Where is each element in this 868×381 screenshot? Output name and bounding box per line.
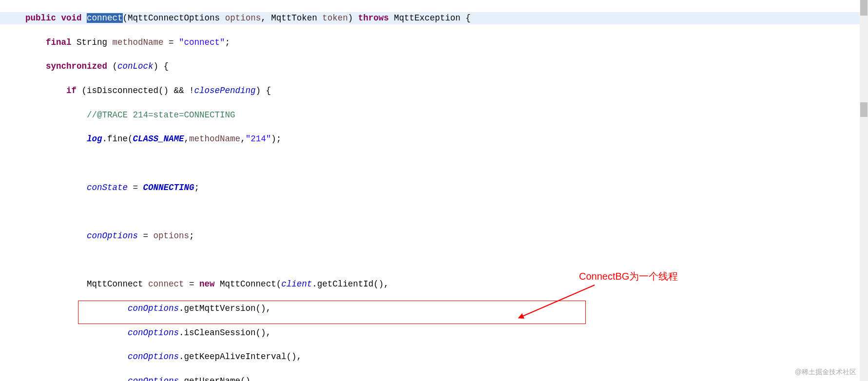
code-line: conOptions.getKeepAliveInterval(), — [0, 351, 868, 363]
code-line — [0, 157, 868, 170]
scrollbar-thumb[interactable] — [860, 102, 868, 117]
vertical-scrollbar[interactable] — [860, 0, 868, 381]
code-line — [0, 206, 868, 218]
selected-text: connect — [87, 13, 123, 23]
code-editor[interactable]: public void connect(MqttConnectOptions o… — [0, 0, 868, 381]
code-line: final String methodName = "connect"; — [0, 37, 868, 49]
code-line: conOptions.getUserName(), — [0, 375, 868, 381]
scrollbar-thumb[interactable] — [860, 0, 868, 16]
code-line: log.fine(CLASS_NAME,methodName,"214"); — [0, 133, 868, 145]
watermark-text: @稀土掘金技术社区 — [795, 367, 856, 377]
code-line: conOptions = options; — [0, 230, 868, 242]
code-line: conOptions.getMqttVersion(), — [0, 303, 868, 315]
code-line: //@TRACE 214=state=CONNECTING — [0, 109, 868, 121]
code-line: conOptions.isCleanSession(), — [0, 327, 868, 339]
code-line: synchronized (conLock) { — [0, 60, 868, 73]
code-line — [0, 254, 868, 267]
code-line: if (isDisconnected() && !closePending) { — [0, 85, 868, 97]
code-line: conState = CONNECTING; — [0, 182, 868, 194]
code-line: public void connect(MqttConnectOptions o… — [0, 12, 868, 24]
code-line: MqttConnect connect = new MqttConnect(cl… — [0, 278, 868, 290]
